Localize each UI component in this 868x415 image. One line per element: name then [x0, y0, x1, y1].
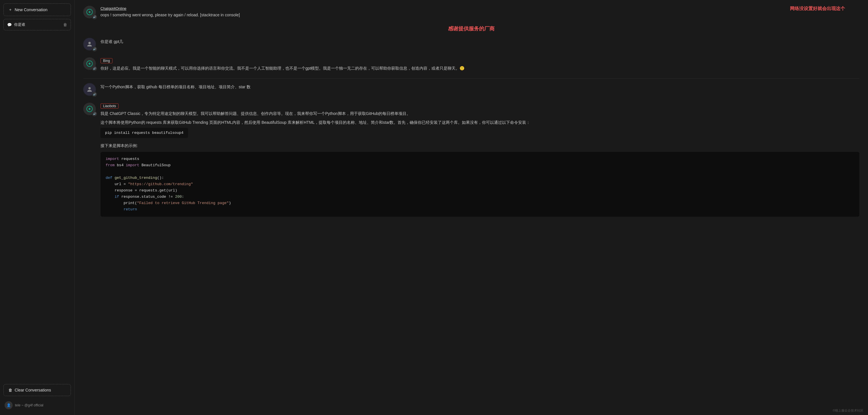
watermark: ©喵上服众企技术社区: [833, 408, 863, 413]
audio-icon: 🔊: [92, 111, 97, 116]
message-content: Liaobots 我是 ChatGPT Classic，专为特定用途定制的聊天模…: [100, 103, 859, 219]
svg-point-3: [88, 87, 91, 90]
message-group: 🔊 你是谁 gpt几: [83, 38, 859, 50]
message-text-after-pip: 接下来是脚本的示例:: [100, 142, 859, 149]
avatar: 🔊: [83, 6, 96, 18]
code-text: ():: [157, 176, 164, 180]
message-content: Chatgpt4Online oops ! something went wro…: [100, 6, 859, 18]
bot-avatar: 🔊: [83, 103, 96, 115]
new-conversation-label: New Conversation: [14, 7, 48, 12]
message-text: 你是谁 gpt几: [100, 38, 859, 45]
code-keyword: import: [105, 157, 119, 161]
user-info: 👤 tele ~ @g4f official: [3, 399, 71, 412]
trash-icon: 🗑: [8, 388, 12, 392]
code-keyword: return: [123, 207, 137, 211]
conversation-item[interactable]: 💬 你是谁 🗑: [3, 19, 71, 30]
annotation-vendor-thanks: 感谢提供服务的厂商: [83, 25, 859, 32]
bot-avatar: 🔊: [83, 57, 96, 70]
code-keyword: import: [126, 163, 139, 167]
clear-conversations-button[interactable]: 🗑 Clear Conversations: [3, 384, 71, 396]
code-number: 200: [175, 195, 182, 199]
message-group: 🔊 写一个Python脚本，获取 github 每日榜单的项目名称、项目地址、项…: [83, 83, 859, 96]
new-conversation-button[interactable]: ＋ New Conversation: [3, 3, 71, 16]
code-function: get_github_trending: [115, 176, 157, 180]
plus-icon: ＋: [8, 7, 12, 12]
message-text: 写一个Python脚本，获取 github 每日榜单的项目名称、项目地址、项目简…: [100, 84, 859, 90]
audio-icon: 🔊: [92, 92, 97, 97]
sender-link[interactable]: Chatgpt4Online: [100, 6, 859, 11]
conversation-label: 你是谁: [14, 22, 61, 27]
pip-command: pip install requests beautifulsoup4: [100, 128, 188, 138]
annotation-network-error: 网络没设置好就会出现这个: [790, 6, 845, 12]
code-keyword: def: [105, 176, 112, 180]
message-text: 你好，这是必应。我是一个智能的聊天模式，可以用你选择的语言和你交流。我不是一个人…: [100, 65, 859, 71]
message-content: Bing 你好，这是必应。我是一个智能的聊天模式，可以用你选择的语言和你交流。我…: [100, 57, 859, 71]
delete-conversation-icon[interactable]: 🗑: [63, 22, 67, 27]
audio-icon: 🔊: [92, 46, 97, 51]
audio-icon: 🔊: [92, 66, 97, 71]
audio-icon: 🔊: [92, 14, 97, 20]
user-avatar: 🔊: [83, 83, 96, 96]
message-group: 🔊 Bing 你好，这是必应。我是一个智能的聊天模式，可以用你选择的语言和你交流…: [83, 57, 859, 71]
message-text: oops ! something went wrong, please try …: [100, 12, 859, 18]
code-text: BeautifulSoup: [142, 163, 170, 167]
code-keyword: from: [105, 163, 115, 167]
sidebar: ＋ New Conversation 💬 你是谁 🗑 🗑 Clear Conve…: [0, 0, 74, 415]
chat-bubble-icon: 💬: [7, 23, 12, 27]
user-avatar: 🔊: [83, 38, 96, 50]
message-group: 🔊 Chatgpt4Online oops ! something went w…: [83, 6, 859, 18]
code-text: bs4: [117, 163, 123, 167]
code-text: requests: [121, 157, 139, 161]
code-block: import requests from bs4 import Beautifu…: [100, 152, 859, 217]
sender-tag: Liaobots: [100, 103, 119, 109]
message-group: 🔊 Liaobots 我是 ChatGPT Classic，专为特定用途定制的聊…: [83, 103, 859, 219]
code-string: "Failed to retrieve GitHub Trending page…: [137, 201, 229, 205]
divider: [83, 78, 859, 78]
message-text-intro: 我是 ChatGPT Classic，专为特定用途定制的聊天模型。我可以帮助解答…: [100, 110, 859, 117]
message-content: 写一个Python脚本，获取 github 每日榜单的项目名称、项目地址、项目简…: [100, 83, 859, 90]
chat-main: 网络没设置好就会出现这个 🔊 Chatgpt4Online oops ! som…: [74, 0, 868, 415]
code-keyword: if: [115, 195, 119, 199]
username-label: tele ~ @g4f official: [15, 403, 43, 407]
message-content: 你是谁 gpt几: [100, 38, 859, 45]
svg-point-1: [88, 42, 91, 44]
avatar: 👤: [5, 401, 12, 409]
sender-tag: Bing: [100, 58, 113, 63]
message-text-desc: 这个脚本将使用Python的 requests 库来获取GitHub Trend…: [100, 119, 859, 126]
clear-conversations-label: Clear Conversations: [14, 388, 51, 392]
code-string: "https://github.com/trending": [128, 182, 193, 186]
